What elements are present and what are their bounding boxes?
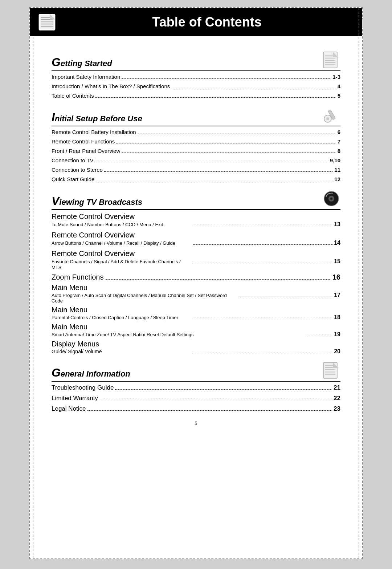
section-getting-started: Getting Started bbox=[52, 51, 340, 71]
toc-page: 6 bbox=[338, 128, 340, 136]
toc-item-troubleshoot: Troubleshooting Guide 21 bbox=[52, 383, 340, 392]
content: Getting Started Important Safety Informa… bbox=[30, 36, 362, 437]
mm-sub-line: Auto Program / Auto Scan of Digital Chan… bbox=[52, 292, 340, 304]
rc-sub-text: Favorite Channels / Signal / Add & Delet… bbox=[52, 259, 191, 271]
page: EN Table of Contents Gett bbox=[29, 7, 363, 559]
toc-item-panel: Front / Rear Panel Overview 8 bbox=[52, 147, 340, 155]
toc-page: 4 bbox=[338, 82, 340, 90]
initial-setup-heading: Initial Setup Before Use bbox=[52, 111, 142, 124]
toc-page: 8 bbox=[338, 147, 340, 155]
rc-main-text: Remote Control Overview bbox=[52, 212, 340, 221]
mm-sub-text: Parental Controls / Closed Caption / Lan… bbox=[52, 315, 191, 320]
general-info-icon bbox=[322, 361, 340, 379]
toc-dots bbox=[95, 97, 336, 98]
dm-dots bbox=[193, 353, 332, 353]
toc-item-tv: Connection to TV 9,10 bbox=[52, 157, 340, 164]
dm-sub-text: Guide/ Signal/ Volume bbox=[52, 349, 191, 354]
toc-dots bbox=[99, 400, 332, 400]
mm-page: 18 bbox=[334, 314, 340, 321]
rc-overview-1: Remote Control Overview To Mute Sound / … bbox=[52, 212, 340, 228]
rc-sub-line: Arrow Buttons / Channel / Volume / Recal… bbox=[52, 239, 340, 247]
toc-title: Important Safety Information bbox=[52, 73, 120, 81]
big-letter-g2: G bbox=[52, 366, 61, 379]
mm-sub-text: Auto Program / Auto Scan of Digital Chan… bbox=[52, 293, 238, 304]
toc-title: Front / Rear Panel Overview bbox=[52, 147, 120, 155]
toc-page: 5 bbox=[338, 92, 340, 99]
toc-title: Introduction / What’s In The Box? / Spec… bbox=[52, 82, 170, 90]
zoom-functions-entry: Zoom Functions 16 bbox=[52, 273, 340, 281]
zoom-title: Zoom Functions bbox=[52, 273, 103, 281]
toc-item-warranty: Limited Warranty 22 bbox=[52, 394, 340, 403]
rc-sub-line: To Mute Sound / Number Buttons / CCD / M… bbox=[52, 221, 340, 228]
toc-item-intro: Introduction / What’s In The Box? / Spec… bbox=[52, 82, 340, 90]
big-letter-i: I bbox=[52, 111, 55, 124]
page-title: Table of Contents bbox=[59, 15, 355, 30]
mm-main-text: Main Menu bbox=[52, 284, 340, 292]
rc-main-text: Remote Control Overview bbox=[52, 231, 340, 239]
rc-page: 15 bbox=[334, 258, 340, 265]
main-menu-2: Main Menu Parental Controls / Closed Cap… bbox=[52, 306, 340, 321]
toc-page: 12 bbox=[334, 175, 340, 183]
svg-point-19 bbox=[326, 117, 329, 120]
main-menu-3: Main Menu Smart Antenna/ Time Zone/ TV A… bbox=[52, 323, 340, 338]
toc-title: Quick Start Guide bbox=[52, 175, 94, 183]
general-info-heading: General Information bbox=[52, 366, 130, 379]
mm-main-text: Main Menu bbox=[52, 323, 340, 331]
toc-dots bbox=[122, 78, 331, 79]
rc-sub-line: Favorite Channels / Signal / Add & Delet… bbox=[52, 258, 340, 271]
footer: 5 bbox=[52, 420, 340, 426]
rc-page: 13 bbox=[334, 221, 340, 228]
zoom-page: 16 bbox=[332, 273, 340, 281]
mm-sub-line: Parental Controls / Closed Caption / Lan… bbox=[52, 314, 340, 321]
toc-page: 21 bbox=[334, 383, 340, 392]
header-book-icon bbox=[37, 12, 57, 32]
dm-page: 20 bbox=[334, 348, 340, 355]
mm-sub-line: Smart Antenna/ Time Zone/ TV Aspect Rati… bbox=[52, 331, 340, 338]
initial-setup-icon bbox=[322, 106, 340, 124]
toc-dots bbox=[87, 410, 332, 411]
toc-title: Connection to Stereo bbox=[52, 166, 103, 174]
toc-page: 9,10 bbox=[330, 157, 340, 164]
section-initial-setup: Initial Setup Before Use bbox=[52, 106, 340, 126]
mm-page: 17 bbox=[334, 292, 340, 298]
getting-started-icon bbox=[322, 51, 340, 69]
toc-item-safety: Important Safety Information 1-3 bbox=[52, 73, 340, 81]
initial-setup-label: nitial Setup Before Use bbox=[55, 114, 142, 123]
toc-page: 23 bbox=[334, 405, 340, 413]
toc-title: Remote Control Functions bbox=[52, 138, 115, 145]
toc-title: Table of Contents bbox=[52, 92, 94, 99]
toc-title: Limited Warranty bbox=[52, 394, 98, 403]
mm-page: 19 bbox=[334, 331, 340, 338]
toc-dots bbox=[115, 389, 332, 390]
svg-point-22 bbox=[330, 198, 332, 200]
viewing-tv-heading: Viewing TV Broadcasts bbox=[52, 194, 142, 208]
rc-overview-3: Remote Control Overview Favorite Channel… bbox=[52, 249, 340, 271]
toc-title: Connection to TV bbox=[52, 157, 94, 164]
toc-title: Legal Notice bbox=[52, 405, 86, 413]
toc-title: Troubleshooting Guide bbox=[52, 383, 114, 392]
toc-dots bbox=[96, 181, 333, 181]
rc-dots bbox=[193, 263, 332, 263]
toc-item-stereo: Connection to Stereo 11 bbox=[52, 166, 340, 174]
rc-page: 14 bbox=[334, 239, 340, 247]
general-info-label: eneral Information bbox=[61, 369, 130, 378]
rc-overview-2: Remote Control Overview Arrow Buttons / … bbox=[52, 231, 340, 247]
toc-item-battery: Remote Control Battery Installation 6 bbox=[52, 128, 340, 136]
rc-sub-text: To Mute Sound / Number Buttons / CCD / M… bbox=[52, 222, 191, 228]
section-general-info: General Information bbox=[52, 361, 340, 382]
toc-dots bbox=[116, 143, 336, 143]
viewing-tv-icon bbox=[322, 190, 340, 208]
toc-item-quickstart: Quick Start Guide 12 bbox=[52, 175, 340, 183]
rc-dots bbox=[193, 226, 332, 226]
mm-main-text: Main Menu bbox=[52, 306, 340, 314]
toc-title: Remote Control Battery Installation bbox=[52, 128, 136, 136]
zoom-dots bbox=[105, 279, 331, 280]
toc-dots bbox=[95, 162, 328, 162]
mm-dots bbox=[193, 319, 332, 319]
header: Table of Contents bbox=[30, 8, 362, 36]
viewing-tv-label: iewing TV Broadcasts bbox=[59, 198, 142, 207]
section-viewing-tv: Viewing TV Broadcasts bbox=[52, 190, 340, 210]
toc-item-legal: Legal Notice 23 bbox=[52, 405, 340, 413]
general-info-items: Troubleshooting Guide 21 Limited Warrant… bbox=[52, 383, 340, 413]
big-letter-g: G bbox=[52, 56, 61, 69]
